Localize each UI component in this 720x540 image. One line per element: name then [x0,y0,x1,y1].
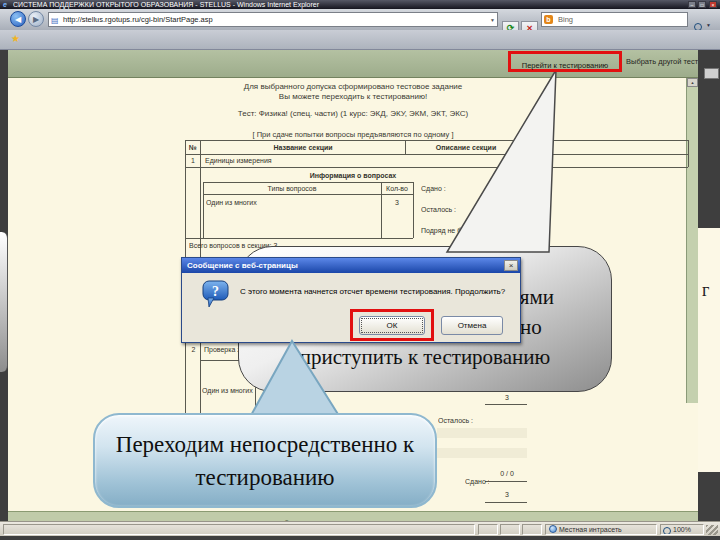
highlight-box-ok [350,309,434,341]
svg-text:?: ? [212,284,219,299]
question-balloon-icon: ? [202,280,230,310]
intro-line-1: Для выбранного допуска сформировано тест… [8,82,698,91]
page-scrollbar[interactable]: ▲ [686,78,698,403]
left-fragment-label: Осталось : [438,416,498,425]
value-fragment: 3 [497,490,517,499]
table-border [485,481,527,482]
goto-test-button[interactable]: Перейти к тестированию [508,51,622,72]
sub-col-count: Кол-во [382,184,412,193]
webpage-message-dialog: Сообщение с веб-страницы × ? С этого мом… [181,257,521,343]
desc-done-label: Сдано : [421,184,501,193]
choose-other-test-link[interactable]: Выбрать другой тест [626,57,698,66]
slide-edge [698,472,720,521]
table-border [485,404,527,405]
blue-callout-line2: тестированию [95,465,435,491]
cutoff-callout-fragment: г [698,228,720,472]
minimize-button[interactable]: – [688,1,696,8]
close-button[interactable]: × [709,1,717,8]
sub-row-count: 3 [382,198,412,207]
ie-logo-icon: e [3,0,7,9]
value-fragment: 3 [497,393,517,402]
slide: e СИСТЕМА ПОДДЕРЖКИ ОТКРЫТОГО ОБРАЗОВАНИ… [0,0,720,540]
table-col-num: № [186,143,200,152]
favorites-bar: ★ Избранное ✦ СИСТЕМА ПОДДЕРЖКИ ОТКРЫТОГ… [0,30,720,50]
status-bar: Местная интрасеть 100% [0,521,720,536]
intro-line-2: Вы можете переходить к тестированию! [8,92,698,101]
address-dropdown-icon[interactable]: ▼ [490,14,495,27]
table-col-desc: Описание секции [406,143,526,152]
callout-bubble-blue: Переходим непосредственно к тестированию [93,413,437,508]
cutoff-box-fragment [704,68,719,79]
forward-button[interactable]: ▶ [28,11,44,27]
table-stripe [437,448,527,458]
row1-name: Единицы измерения [205,156,385,165]
desc-left-label: Осталось : [421,205,501,214]
page-footer: Copyright © 1997-2011 «Соло - Компьютерн… [8,511,698,521]
test-title-line: Тест: Физика! (спец. части) (1 курс: ЭКД… [8,109,698,118]
gray-callout-line3: приступить к тестированию [239,345,611,370]
table-border [185,238,413,239]
address-url: http://stellus.rgotups.ru/cgi-bin/StartP… [63,15,213,24]
search-options-dropdown-icon[interactable]: ▼ [706,22,711,28]
goto-test-label: Перейти к тестированию [522,61,608,70]
address-bar: ◀ ▶ ▤ http://stellus.rgotups.ru/cgi-bin/… [0,9,720,30]
cutoff-callout-fragment-left [0,232,8,372]
sub-col-type: Типы вопросов [204,184,380,193]
table-border [413,182,414,238]
note-line: [ При сдаче попытки вопросы предъявляютс… [8,130,698,139]
info-title: Информация о вопросах [203,171,503,180]
zoom-level: 100% [673,526,691,533]
dialog-message: С этого момента начнется отсчет времени … [240,287,516,296]
row1-num: 1 [186,156,200,165]
security-zone-pane: Местная интрасеть [545,524,657,535]
search-input[interactable]: b Bing [541,12,688,27]
favorites-star-icon[interactable]: ★ [11,33,20,44]
value-fragment: 0 / 0 [491,469,523,478]
address-input[interactable]: ▤ http://stellus.rgotups.ru/cgi-bin/Star… [48,12,498,27]
status-pane [478,524,498,535]
table-border [185,167,688,168]
desc-series-label: Подряд не более : [421,226,511,235]
dialog-titlebar[interactable]: Сообщение с веб-страницы [182,258,520,273]
table-stripe [437,428,527,438]
resize-grip[interactable] [706,525,718,535]
window-title: СИСТЕМА ПОДДЕРЖКИ ОТКРЫТОГО ОБРАЗОВАНИЯ … [13,0,573,9]
dialog-close-icon[interactable]: × [504,260,518,271]
bing-logo-icon: b [544,15,553,24]
status-pane-main [3,524,475,535]
table-col-name: Название секции [201,143,405,152]
table-border [185,140,688,141]
table-border [185,154,688,155]
back-button[interactable]: ◀ [10,11,26,27]
cutoff-text-fragment: г [702,280,709,301]
zoom-magnifier-icon [663,527,671,535]
blue-callout-line1: Переходим непосредственно к [95,432,435,458]
status-pane [500,524,520,535]
zoom-pane[interactable]: 100% [660,524,704,535]
sub-row-type: Один из многих [206,198,376,207]
table-border [485,502,527,503]
cancel-button[interactable]: Отмена [441,316,503,335]
table-border [688,140,689,167]
maximize-button[interactable]: □ [698,1,706,8]
page-icon: ▤ [51,14,59,27]
search-engine-label: Bing [558,15,573,24]
globe-icon [549,525,557,533]
window-titlebar: e СИСТЕМА ПОДДЕРЖКИ ОТКРЫТОГО ОБРАЗОВАНИ… [0,0,720,9]
security-zone-label: Местная интрасеть [559,526,622,533]
row2-type: Один из многих [202,386,254,395]
row2-num: 2 [187,345,200,354]
done-fragment-label: Сдано : [465,477,489,486]
status-pane [522,524,542,535]
